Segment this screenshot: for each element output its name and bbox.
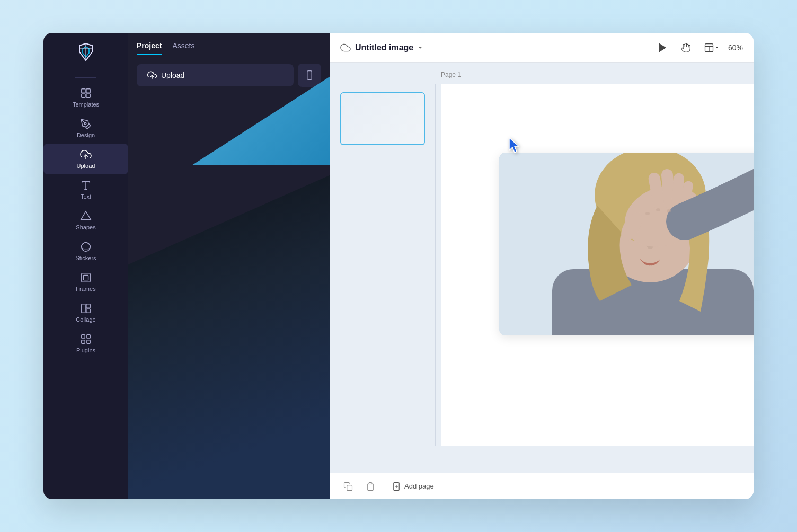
chevron-down-icon: [417, 44, 424, 51]
play-button[interactable]: [653, 39, 672, 56]
sidebar-item-shapes[interactable]: Shapes: [43, 205, 128, 236]
cursor-icon: [507, 136, 526, 155]
chevron-down-icon: [714, 45, 720, 50]
sidebar-item-design-label: Design: [77, 132, 95, 138]
sidebar-item-design[interactable]: Design: [43, 113, 128, 144]
sidebar-item-shapes-label: Shapes: [76, 224, 95, 230]
duplicate-page-button[interactable]: [340, 478, 356, 494]
svg-rect-4: [82, 94, 85, 97]
sidebar-item-plugins[interactable]: Plugins: [43, 328, 128, 359]
sidebar-item-upload-label: Upload: [77, 163, 95, 169]
delete-page-button[interactable]: [362, 478, 378, 494]
svg-rect-13: [83, 275, 88, 280]
thumbnail-panel: [330, 84, 436, 446]
woman-figure-svg: [499, 153, 754, 335]
dark-shape: [128, 171, 330, 499]
svg-rect-16: [86, 309, 90, 313]
sidebar: Templates Design Upload: [43, 33, 128, 499]
sidebar-item-text-label: Text: [81, 193, 91, 200]
svg-point-42: [656, 208, 660, 211]
sidebar-item-frames-label: Frames: [76, 286, 95, 292]
svg-rect-18: [87, 335, 90, 338]
zoom-level: 60%: [728, 43, 743, 52]
document-title-text: Untitled image: [355, 43, 413, 52]
app-logo: [75, 41, 96, 63]
layout-button[interactable]: [699, 39, 724, 56]
svg-rect-3: [86, 89, 90, 93]
sidebar-divider-top: [75, 77, 96, 78]
svg-rect-12: [82, 273, 91, 282]
svg-rect-44: [347, 485, 352, 490]
add-page-button[interactable]: Add page: [392, 482, 434, 491]
page-label: Page 1: [441, 71, 461, 78]
play-icon: [657, 42, 668, 53]
svg-rect-20: [87, 340, 90, 343]
toolbar-left: Untitled image: [340, 42, 647, 53]
layout-icon: [704, 42, 714, 53]
panel-background: [128, 65, 330, 499]
toolbar: Untitled image: [330, 33, 754, 63]
sidebar-item-collage-label: Collage: [76, 316, 95, 323]
bottom-divider: [385, 480, 385, 493]
svg-rect-5: [86, 94, 90, 97]
svg-rect-2: [82, 89, 85, 93]
canvas-image[interactable]: [499, 153, 754, 335]
svg-rect-17: [82, 335, 85, 338]
sidebar-item-collage[interactable]: Collage: [43, 297, 128, 328]
sidebar-item-upload[interactable]: Upload: [43, 144, 128, 174]
bottom-bar: Add page: [330, 473, 754, 499]
svg-rect-15: [86, 304, 90, 308]
sidebar-item-stickers[interactable]: Stickers: [43, 236, 128, 267]
svg-marker-24: [659, 43, 666, 51]
thumbnail-page-1[interactable]: [340, 92, 425, 145]
svg-point-6: [84, 122, 86, 125]
panel-tabs: Project Assets: [128, 33, 330, 55]
hand-tool-button[interactable]: [676, 39, 695, 56]
tab-assets[interactable]: Assets: [172, 41, 194, 55]
sidebar-item-text[interactable]: Text: [43, 174, 128, 205]
sidebar-item-templates[interactable]: Templates: [43, 82, 128, 113]
add-page-label: Add page: [404, 482, 434, 490]
sidebar-item-templates-label: Templates: [73, 101, 99, 108]
canvas-area: Page 1: [330, 63, 754, 473]
toolbar-actions: 60%: [653, 39, 743, 56]
svg-rect-19: [82, 340, 85, 343]
canvas-image-placeholder: [499, 153, 754, 335]
document-title: Untitled image: [355, 43, 647, 52]
svg-point-41: [645, 212, 650, 215]
sidebar-item-plugins-label: Plugins: [76, 347, 95, 353]
main-canvas: Untitled image: [330, 33, 754, 499]
svg-point-43: [667, 209, 671, 212]
app-window: Templates Design Upload: [43, 33, 754, 499]
sidebar-item-stickers-label: Stickers: [75, 255, 96, 261]
cloud-icon: [340, 42, 351, 53]
add-page-icon: [392, 482, 401, 491]
hand-icon: [680, 42, 691, 53]
left-panel: Project Assets Upload: [128, 33, 330, 499]
svg-rect-14: [82, 304, 85, 313]
trash-icon: [366, 482, 375, 491]
thumbnail-card-inner: [341, 93, 424, 144]
blue-triangle: [192, 70, 330, 165]
duplicate-icon: [343, 482, 353, 491]
tab-project[interactable]: Project: [137, 41, 162, 55]
sidebar-item-frames[interactable]: Frames: [43, 267, 128, 297]
